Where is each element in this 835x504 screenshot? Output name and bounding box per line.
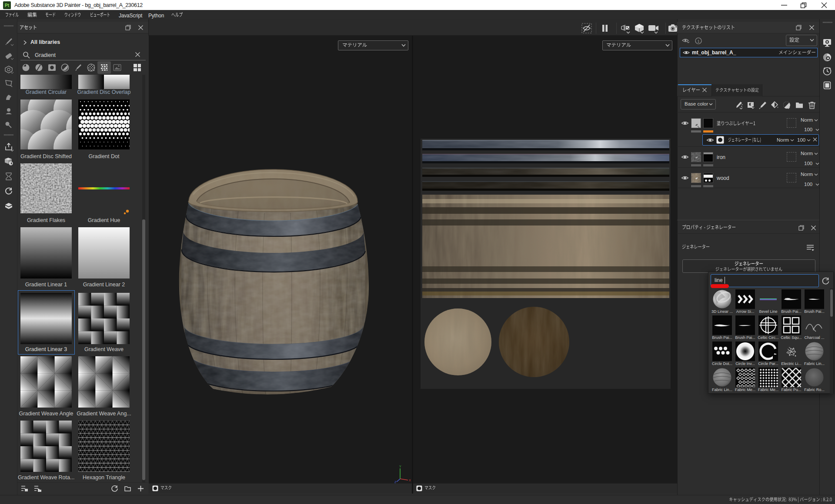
svg-text:Y: Y [399,465,401,468]
svg-text:1: 1 [698,39,700,43]
svg-text:X: X [409,479,411,482]
